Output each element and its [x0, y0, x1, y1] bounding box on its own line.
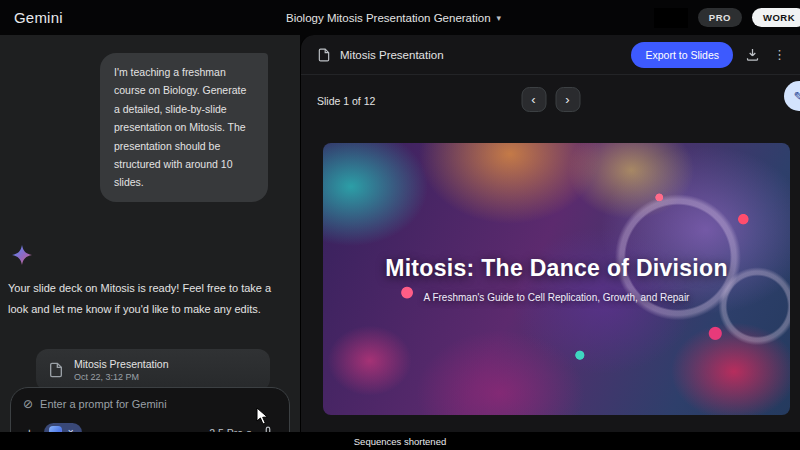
- export-to-slides-button[interactable]: Export to Slides: [631, 42, 733, 68]
- slash-circle-icon: ⊘: [23, 397, 33, 411]
- mouse-cursor: [256, 407, 270, 425]
- work-button[interactable]: WORK: [752, 8, 800, 27]
- prompt-row: ⊘: [23, 397, 277, 411]
- user-message-bubble: I'm teaching a freshman course on Biolog…: [100, 53, 268, 202]
- slide-toolbar: Slide 1 of 12 ‹ › ✎: [301, 83, 800, 127]
- model-response-text: Your slide deck on Mitosis is ready! Fee…: [8, 278, 294, 320]
- gemini-sparkle-icon: [12, 245, 32, 265]
- slide-subtitle: A Freshman's Guide to Cell Replication, …: [424, 292, 690, 303]
- canvas-panel: Mitosis Presentation Export to Slides ⋮ …: [300, 35, 800, 432]
- canvas-doc-title: Mitosis Presentation: [340, 49, 622, 61]
- chevron-right-icon: ›: [565, 93, 569, 106]
- slide-counter: Slide 1 of 12: [317, 95, 375, 107]
- next-slide-button[interactable]: ›: [555, 87, 580, 112]
- edit-slide-button[interactable]: ✎: [784, 81, 800, 111]
- footer-note: Sequences shortened: [354, 436, 446, 447]
- topbar-right-group: PRO WORK: [654, 0, 800, 35]
- avatar[interactable]: [654, 8, 688, 28]
- slide-preview[interactable]: Mitosis: The Dance of Division A Freshma…: [323, 143, 790, 415]
- attachment-title: Mitosis Presentation: [74, 358, 169, 370]
- presentation-attachment-card[interactable]: Mitosis Presentation Oct 22, 3:12 PM: [36, 349, 270, 391]
- download-icon: [745, 47, 760, 62]
- slide-nav: ‹ ›: [521, 87, 580, 112]
- document-icon: [48, 362, 64, 378]
- conversation-title: Biology Mitosis Presentation Generation: [286, 12, 491, 24]
- top-bar: Gemini Biology Mitosis Presentation Gene…: [0, 0, 800, 35]
- gemini-logo: Gemini: [14, 9, 63, 26]
- download-button[interactable]: [742, 45, 762, 65]
- prompt-input[interactable]: [40, 398, 277, 410]
- pro-badge: PRO: [698, 8, 742, 27]
- pencil-icon: ✎: [794, 89, 800, 104]
- conversation-title-dropdown[interactable]: Biology Mitosis Presentation Generation …: [286, 0, 501, 35]
- chevron-left-icon: ‹: [531, 93, 535, 106]
- attachment-timestamp: Oct 22, 3:12 PM: [74, 372, 169, 382]
- footer-strip: Sequences shortened: [0, 432, 800, 450]
- more-options-button[interactable]: ⋮: [771, 47, 788, 62]
- slide-title: Mitosis: The Dance of Division: [385, 255, 728, 282]
- canvas-header: Mitosis Presentation Export to Slides ⋮: [301, 35, 800, 75]
- attachment-text: Mitosis Presentation Oct 22, 3:12 PM: [74, 358, 169, 382]
- chevron-down-icon: ▾: [497, 13, 502, 23]
- chat-panel: I'm teaching a freshman course on Biolog…: [0, 35, 300, 432]
- gemini-app: Gemini Biology Mitosis Presentation Gene…: [0, 0, 800, 450]
- previous-slide-button[interactable]: ‹: [521, 87, 546, 112]
- document-icon: [317, 48, 331, 62]
